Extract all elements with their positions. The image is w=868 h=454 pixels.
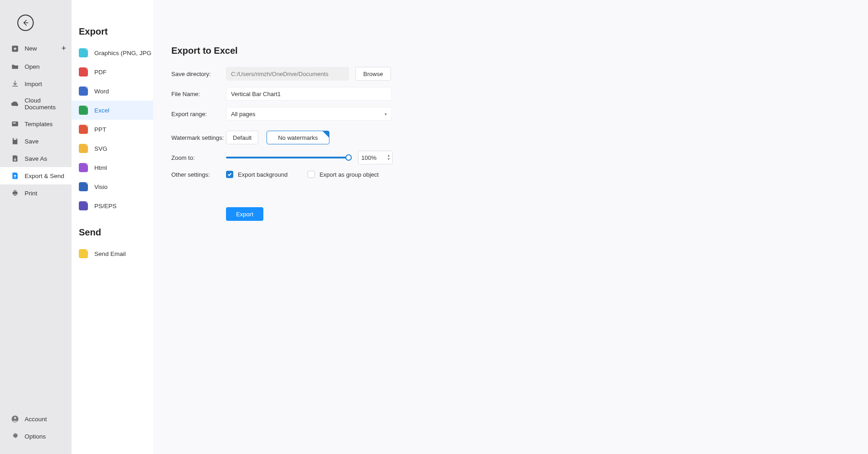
export-background-label: Export background	[238, 171, 288, 178]
chevron-down-icon: ▾	[385, 112, 387, 117]
import-icon	[11, 80, 19, 88]
svg-point-8	[14, 417, 16, 419]
sidebar-item-label: Save As	[25, 155, 47, 162]
file-name-input[interactable]	[226, 87, 392, 101]
export-button[interactable]: Export	[226, 207, 263, 221]
folder-icon	[11, 62, 19, 71]
export-item-svg[interactable]: SVG	[72, 139, 153, 158]
sidebar-item-open[interactable]: Open	[0, 58, 72, 75]
gear-icon	[11, 432, 19, 440]
export-item-label: Excel	[94, 107, 109, 114]
html-file-icon	[79, 163, 88, 172]
stepper-icons[interactable]: ▲▼	[387, 154, 390, 161]
export-heading: Export	[72, 9, 153, 43]
page-title: Export to Excel	[171, 46, 850, 56]
export-item-ppt[interactable]: PPT	[72, 120, 153, 139]
new-icon	[11, 45, 19, 53]
sidebar-item-label: Account	[25, 416, 47, 423]
slider-fill	[226, 157, 349, 158]
export-item-visio[interactable]: Visio	[72, 177, 153, 196]
sidebar-item-options[interactable]: Options	[0, 428, 72, 445]
sidebar-item-new[interactable]: New +	[0, 39, 72, 58]
export-group-checkbox[interactable]	[308, 171, 315, 178]
pdf-file-icon	[79, 67, 88, 77]
sidebar-item-label: Import	[25, 81, 42, 87]
cloud-icon	[11, 100, 19, 108]
ppt-file-icon	[79, 125, 88, 134]
export-item-pseps[interactable]: PS/EPS	[72, 196, 153, 215]
primary-sidebar: New + Open Import Cloud Documents Templa…	[0, 0, 72, 454]
export-item-label: PS/EPS	[94, 203, 117, 209]
zoom-value-input[interactable]: 100% ▲▼	[358, 151, 393, 164]
graphics-file-icon	[79, 48, 88, 57]
sidebar-item-label: Open	[25, 63, 40, 70]
sidebar-item-account[interactable]: Account	[0, 410, 72, 428]
sidebar-item-label: Save	[25, 138, 39, 145]
export-group-label: Export as group object	[319, 171, 379, 178]
export-item-word[interactable]: Word	[72, 82, 153, 101]
export-item-label: Graphics (PNG, JPG et...	[94, 50, 153, 56]
send-heading: Send	[72, 215, 153, 244]
email-icon	[79, 249, 88, 258]
templates-icon	[11, 120, 19, 128]
sidebar-item-export-send[interactable]: Export & Send	[0, 167, 72, 184]
sidebar-item-print[interactable]: Print	[0, 184, 72, 202]
sidebar-item-label: Options	[25, 433, 46, 440]
export-range-value: All pages	[231, 111, 255, 117]
send-item-email[interactable]: Send Email	[72, 244, 153, 263]
back-button[interactable]	[17, 15, 34, 31]
file-name-label: File Name:	[171, 91, 226, 97]
export-item-label: Visio	[94, 184, 108, 190]
sidebar-item-label: New	[25, 45, 37, 52]
save-icon	[11, 137, 19, 145]
send-item-label: Send Email	[94, 250, 126, 257]
zoom-value: 100%	[361, 154, 376, 161]
check-icon	[227, 172, 232, 177]
save-directory-input[interactable]	[226, 67, 349, 81]
slider-thumb[interactable]	[345, 154, 352, 161]
watermark-label: Watermark settings:	[171, 134, 226, 141]
sidebar-item-save-as[interactable]: Save As	[0, 150, 72, 167]
svg-rect-1	[12, 122, 18, 127]
export-item-html[interactable]: Html	[72, 158, 153, 177]
sidebar-item-templates[interactable]: Templates	[0, 115, 72, 133]
export-item-label: PPT	[94, 126, 106, 133]
export-icon	[11, 172, 19, 180]
export-item-label: SVG	[94, 145, 108, 152]
account-icon	[11, 415, 19, 423]
browse-button[interactable]: Browse	[355, 67, 391, 81]
watermark-none-button[interactable]: No watermarks	[267, 131, 329, 144]
word-file-icon	[79, 87, 88, 96]
ps-file-icon	[79, 201, 88, 210]
zoom-label: Zoom to:	[171, 154, 226, 161]
other-settings-label: Other settings:	[171, 171, 226, 178]
secondary-sidebar: Export Graphics (PNG, JPG et... PDF Word…	[72, 0, 153, 454]
export-item-excel[interactable]: Excel	[72, 101, 153, 120]
export-item-pdf[interactable]: PDF	[72, 62, 153, 82]
svg-rect-5	[14, 190, 16, 192]
visio-file-icon	[79, 182, 88, 191]
export-range-select[interactable]: All pages ▾	[226, 107, 392, 121]
export-background-checkbox[interactable]	[226, 171, 233, 178]
arrow-left-icon	[21, 19, 30, 27]
watermark-default-button[interactable]: Default	[226, 131, 258, 144]
main-panel: Export to Excel Save directory: Browse F…	[153, 0, 868, 454]
export-item-graphics[interactable]: Graphics (PNG, JPG et...	[72, 43, 153, 62]
zoom-slider[interactable]	[226, 151, 349, 164]
export-item-label: PDF	[94, 69, 107, 76]
sidebar-item-import[interactable]: Import	[0, 75, 72, 92]
sidebar-item-save[interactable]: Save	[0, 133, 72, 150]
print-icon	[11, 189, 19, 197]
plus-icon[interactable]: +	[61, 44, 66, 53]
svg-file-icon	[79, 144, 88, 153]
save-as-icon	[11, 154, 19, 163]
svg-rect-2	[13, 122, 16, 123]
excel-file-icon	[79, 106, 88, 115]
svg-rect-3	[14, 138, 16, 140]
save-directory-label: Save directory:	[171, 71, 226, 77]
svg-rect-6	[14, 194, 16, 196]
sidebar-item-label: Templates	[25, 121, 53, 128]
export-item-label: Html	[94, 164, 107, 171]
sidebar-item-cloud[interactable]: Cloud Documents	[0, 92, 72, 115]
sidebar-item-label: Export & Send	[25, 173, 64, 179]
